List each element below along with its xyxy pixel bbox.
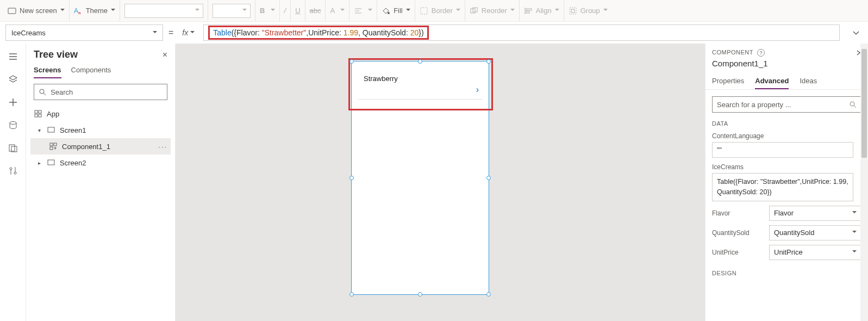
- equals-sign: =: [168, 28, 173, 38]
- gallery-item-title: Strawberry: [364, 75, 398, 83]
- quantitysold-dropdown[interactable]: QuantitySold: [769, 225, 861, 240]
- tree-item-component[interactable]: Component1_1 ···: [30, 138, 171, 155]
- resize-handle[interactable]: [418, 59, 422, 64]
- group-button[interactable]: Group: [569, 7, 608, 15]
- svg-point-6: [388, 12, 390, 14]
- font-family-dropdown[interactable]: [124, 4, 203, 18]
- tree-view-icon[interactable]: [8, 74, 18, 85]
- chevron-down-icon: [406, 7, 410, 15]
- reorder-button[interactable]: Reorder: [470, 7, 515, 15]
- svg-rect-36: [50, 147, 53, 150]
- media-icon[interactable]: [8, 143, 18, 153]
- chevron-down-icon: [852, 229, 857, 237]
- font-size-dropdown[interactable]: [213, 4, 251, 18]
- tab-ideas[interactable]: Ideas: [800, 73, 817, 89]
- chevron-down-icon: [603, 7, 608, 15]
- align-label: Align: [536, 7, 552, 15]
- formula-highlight: Table({Flavor: "Strawbetter",UnitPrice: …: [208, 26, 428, 40]
- icecreams-label: IceCreams: [712, 163, 861, 171]
- theme-label: Theme: [86, 7, 108, 15]
- formula-expand-button[interactable]: [850, 29, 863, 36]
- svg-rect-7: [421, 8, 427, 14]
- chevron-down-icon: [456, 7, 460, 15]
- align-button[interactable]: Align: [524, 7, 559, 15]
- tab-properties[interactable]: Properties: [712, 73, 744, 89]
- tree-item-label: Component1_1: [62, 143, 110, 151]
- scrollbar-track[interactable]: [860, 44, 868, 321]
- icecreams-input[interactable]: Table({Flavor: "Strawbetter",UnitPrice: …: [712, 173, 853, 201]
- resize-handle[interactable]: [349, 292, 354, 297]
- canvas[interactable]: Strawberry ›: [176, 44, 705, 321]
- help-icon[interactable]: ?: [757, 49, 765, 57]
- hamburger-icon[interactable]: [8, 51, 18, 62]
- svg-rect-34: [50, 143, 53, 146]
- tab-components[interactable]: Components: [71, 66, 111, 78]
- property-panel: COMPONENT ? Component1_1 Properties Adva…: [705, 44, 868, 321]
- contentlanguage-label: ContentLanguage: [712, 132, 861, 140]
- underline-button[interactable]: U: [295, 7, 300, 15]
- chevron-right-icon[interactable]: ›: [476, 85, 479, 95]
- unitprice-dropdown[interactable]: UnitPrice: [769, 245, 861, 260]
- contentlanguage-input[interactable]: "": [712, 142, 853, 158]
- border-label: Border: [432, 7, 453, 15]
- section-design: DESIGN: [712, 270, 861, 276]
- search-placeholder: Search for a property ...: [717, 101, 791, 109]
- flavor-label: Flavor: [712, 209, 730, 217]
- italic-button[interactable]: /: [284, 7, 286, 15]
- resize-handle[interactable]: [486, 59, 491, 64]
- formula-bar: IceCreams = fx Table({Flavor: "Strawbett…: [0, 22, 868, 44]
- theme-button[interactable]: Aa Theme: [74, 7, 115, 15]
- close-icon[interactable]: ×: [163, 50, 167, 60]
- bold-button[interactable]: B: [260, 7, 265, 15]
- tree-item-screen1[interactable]: ▾ Screen1: [30, 122, 171, 138]
- tree-item-app[interactable]: App: [30, 106, 171, 122]
- caret-right-icon[interactable]: ▸: [36, 160, 42, 166]
- property-selector[interactable]: IceCreams: [5, 24, 163, 41]
- svg-rect-39: [48, 160, 54, 165]
- chevron-down-icon: [852, 209, 857, 217]
- fill-button[interactable]: Fill: [382, 7, 410, 15]
- scrollbar-thumb[interactable]: [861, 49, 867, 158]
- chevron-down-icon: [242, 7, 247, 15]
- screen-icon: [47, 126, 55, 134]
- svg-line-28: [43, 93, 46, 95]
- strikethrough-button[interactable]: abc: [310, 7, 321, 15]
- svg-text:A: A: [74, 7, 78, 15]
- border-button[interactable]: Border: [420, 7, 460, 15]
- tab-screens[interactable]: Screens: [34, 66, 61, 78]
- svg-rect-33: [48, 127, 54, 132]
- font-color-button[interactable]: A: [330, 7, 335, 15]
- svg-rect-12: [526, 11, 529, 13]
- gallery-item[interactable]: Strawberry ›: [358, 67, 482, 100]
- text-align-icon[interactable]: [354, 7, 363, 15]
- align-icon: [524, 7, 533, 15]
- chevron-down-icon: [555, 7, 559, 15]
- tab-advanced[interactable]: Advanced: [755, 73, 789, 89]
- tree-search-input[interactable]: Search: [34, 84, 167, 100]
- fx-icon[interactable]: fx: [179, 28, 198, 37]
- data-icon[interactable]: [8, 120, 18, 131]
- resize-handle[interactable]: [486, 292, 491, 297]
- svg-rect-32: [39, 114, 41, 117]
- chevron-down-icon: [271, 7, 275, 15]
- property-search-input[interactable]: Search for a property ...: [712, 96, 861, 113]
- insert-icon[interactable]: [8, 97, 18, 108]
- tree-item-label: App: [47, 110, 59, 118]
- resize-handle[interactable]: [418, 292, 422, 297]
- resize-handle[interactable]: [349, 59, 354, 64]
- resize-handle[interactable]: [349, 176, 354, 180]
- tree-item-screen2[interactable]: ▸ Screen2: [30, 155, 171, 171]
- resize-handle[interactable]: [486, 176, 491, 180]
- flavor-dropdown[interactable]: Flavor: [769, 206, 861, 221]
- caret-down-icon[interactable]: ▾: [36, 127, 42, 133]
- theme-icon: Aa: [74, 7, 83, 15]
- formula-input[interactable]: Table({Flavor: "Strawbetter",UnitPrice: …: [203, 24, 840, 41]
- component-frame[interactable]: Strawberry ›: [351, 61, 489, 295]
- new-screen-button[interactable]: New screen: [8, 7, 65, 15]
- svg-point-23: [10, 168, 12, 170]
- svg-rect-30: [39, 110, 41, 113]
- tools-icon[interactable]: [8, 165, 18, 176]
- component-name: Component1_1: [705, 59, 868, 73]
- more-icon[interactable]: ···: [158, 143, 167, 151]
- search-placeholder: Search: [51, 88, 73, 96]
